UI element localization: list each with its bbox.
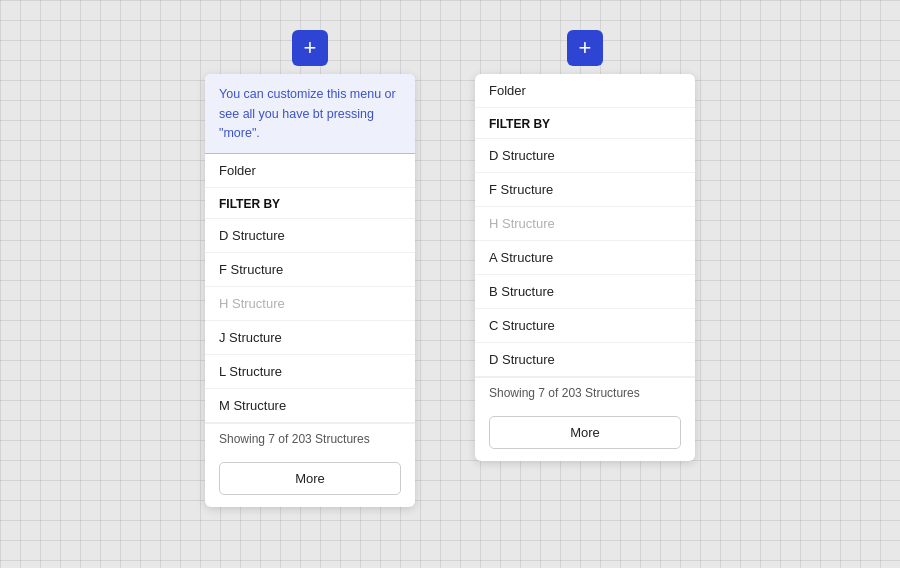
- right-filter-by-header: FILTER BY: [475, 108, 695, 139]
- left-m-structure-item[interactable]: M Structure: [205, 389, 415, 423]
- panels-wrapper: + You can customize this menu or see all…: [205, 30, 695, 507]
- left-j-structure-item[interactable]: J Structure: [205, 321, 415, 355]
- left-menu: Folder FILTER BY D Structure F Structure…: [205, 154, 415, 495]
- right-d-structure-item[interactable]: D Structure: [475, 139, 695, 173]
- right-status-text: Showing 7 of 203 Structures: [475, 377, 695, 408]
- right-f-structure-item[interactable]: F Structure: [475, 173, 695, 207]
- left-folder-item[interactable]: Folder: [205, 154, 415, 188]
- left-l-structure-item[interactable]: L Structure: [205, 355, 415, 389]
- info-banner-text: You can customize this menu or see all y…: [219, 87, 396, 140]
- right-menu: Folder FILTER BY D Structure F Structure…: [475, 74, 695, 449]
- plus-icon-right: +: [579, 37, 592, 59]
- left-more-button[interactable]: More: [219, 462, 401, 495]
- left-d-structure-item[interactable]: D Structure: [205, 219, 415, 253]
- plus-icon: +: [304, 37, 317, 59]
- right-folder-item[interactable]: Folder: [475, 74, 695, 108]
- right-more-button[interactable]: More: [489, 416, 681, 449]
- right-h-structure-item: H Structure: [475, 207, 695, 241]
- left-add-button[interactable]: +: [292, 30, 328, 66]
- right-c-structure-item[interactable]: C Structure: [475, 309, 695, 343]
- left-filter-by-header: FILTER BY: [205, 188, 415, 219]
- left-f-structure-item[interactable]: F Structure: [205, 253, 415, 287]
- right-b-structure-item[interactable]: B Structure: [475, 275, 695, 309]
- left-panel-container: + You can customize this menu or see all…: [205, 30, 415, 507]
- left-h-structure-item: H Structure: [205, 287, 415, 321]
- right-d-structure2-item[interactable]: D Structure: [475, 343, 695, 377]
- left-status-text: Showing 7 of 203 Structures: [205, 423, 415, 454]
- right-add-button[interactable]: +: [567, 30, 603, 66]
- right-a-structure-item[interactable]: A Structure: [475, 241, 695, 275]
- right-panel-container: + Folder FILTER BY D Structure F Structu…: [475, 30, 695, 461]
- info-banner: You can customize this menu or see all y…: [205, 74, 415, 154]
- right-panel: Folder FILTER BY D Structure F Structure…: [475, 74, 695, 461]
- left-panel: You can customize this menu or see all y…: [205, 74, 415, 507]
